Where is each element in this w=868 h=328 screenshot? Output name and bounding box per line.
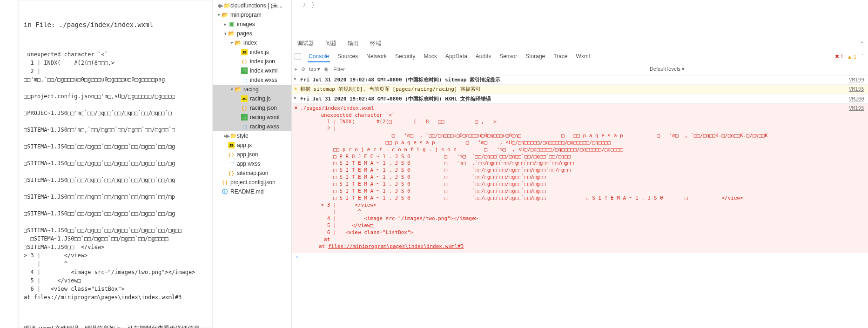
live-expression-icon[interactable]: ◉ [324,66,329,72]
error-count-icon[interactable]: ✖ 1 [835,54,843,60]
tree-item-sitemap-json[interactable]: { }sitemap.json [213,168,291,178]
toggle-sidebar-icon[interactable]: ▸ [295,66,297,72]
devtools-tab-trace[interactable]: Trace [552,51,568,62]
source-link[interactable]: VM200 [849,95,864,102]
tree-item-images[interactable]: ▸▣images [213,20,291,29]
console-output[interactable]: ▼ VM199 Fri Jul 31 2020 19:02:48 GMT+080… [292,75,868,328]
tree-label: project.config.json [230,179,276,186]
tree-item-project-config-json[interactable]: { }project.config.json [213,178,291,187]
tree-item-racing[interactable]: ▾📂racing [213,85,291,94]
devtools-tab-audits[interactable]: Audits [475,51,492,62]
devtools-tab-appdata[interactable]: AppData [444,51,468,62]
code-editor[interactable]: 7} [292,0,868,37]
tree-arrow-icon[interactable]: ▸ [223,22,228,27]
devtools-tab-sources[interactable]: Sources [336,51,359,62]
tree-label: cloudfunctions | (未... [230,2,283,10]
tree-item-index-wxml[interactable]: ⬚index.wxml [213,66,291,75]
tree-label: index [243,40,257,46]
tree-item-racing-json[interactable]: { }racing.json [213,103,291,113]
warn-count-icon[interactable]: ▲ 1 [847,54,856,60]
tree-label: index.json [250,58,275,65]
tree-label: index.wxss [250,77,277,83]
source-link[interactable]: VM195 [849,105,864,112]
context-selector[interactable]: top ▾ [309,66,320,72]
tree-item-racing-wxml[interactable]: ⬚racing.wxml [213,113,291,122]
tree-item-pages[interactable]: ▾📂pages [213,29,291,38]
warning-log[interactable]: VM195 根据 sitemap 的规则[0], 当前页面 [pages/rac… [292,85,868,94]
tree-item-cloudfunctions-[interactable]: ▸▶📁cloudfunctions | (未... [213,1,291,10]
tree-item-index-js[interactable]: JSindex.js [213,47,291,57]
tree-item-readme-md[interactable]: ⓘREADME.md [213,187,291,196]
error-stack: unexpected character `<` 1 | INDX( #(2(□… [300,112,864,243]
tree-item-index[interactable]: ▾📂index [213,38,291,47]
tree-label: racing.wxml [250,114,279,120]
main-panel: 7} 调试器问题输出终端 ⌃ ConsoleSourcesNetworkSecu… [292,0,868,328]
collapse-icon[interactable]: ⌃ [860,40,864,47]
error-summary: 编译 .wxml 文件错误，错误信息如上，可在控制台查看更详细信息 [24,324,208,328]
tree-label: README.md [230,188,263,195]
panel-tab-问题[interactable]: 问题 [323,40,338,47]
tree-label: index.wxml [250,67,277,74]
tree-item-racing-js[interactable]: JSracing.js [213,94,291,103]
tree-label: miniprogram [230,12,262,18]
tree-label: app.json [237,151,258,158]
simulator-error-panel: in File: ./pages/index/index.wxml unexpe… [19,0,213,328]
filter-input[interactable] [332,66,425,73]
log-group-header[interactable]: ▼ VM199 Fri Jul 31 2020 19:02:48 GMT+080… [292,75,868,85]
file-explorer[interactable]: ▸▶📁cloudfunctions | (未...▾📂miniprogram▸▣… [213,0,292,328]
tree-label: sitemap.json [237,170,268,176]
status-indicators: ✖ 1 ▲ 1 ⋮ [835,54,865,60]
devtools-tab-sensor[interactable]: Sensor [498,51,518,62]
panel-tab-调试器[interactable]: 调试器 [296,40,316,47]
tree-label: racing.wxss [250,123,279,130]
tree-item-racing-wxss[interactable]: ⬚racing.wxss [213,122,291,131]
devtools-tabbar: ConsoleSourcesNetworkSecurityMockAppData… [292,50,868,63]
tree-label: index.js [250,49,269,55]
tree-label: racing.json [250,105,277,111]
tree-item-style[interactable]: ▸▶📁style [213,131,291,141]
code-content: } [311,2,315,8]
expand-icon[interactable]: ▼ [294,76,296,82]
error-file-link[interactable]: files://miniprogram\pages\index\index.wx… [328,243,464,249]
expand-icon[interactable]: ▼ [294,95,296,101]
error-log[interactable]: ✖ VM195 ./pages/index/index.wxml unexpec… [292,104,868,253]
tree-arrow-icon[interactable]: ▾ [216,13,221,17]
devtools-tab-wxml[interactable]: Wxml [575,51,591,62]
inspect-icon[interactable] [295,54,301,60]
bottom-panel-tabs: 调试器问题输出终端 ⌃ [292,37,868,50]
tree-item-app-json[interactable]: { }app.json [213,150,291,159]
tree-item-app-wxss[interactable]: ⬚app.wxss [213,159,291,168]
devtools-tab-security[interactable]: Security [394,51,416,62]
tree-arrow-icon[interactable]: ▾ [229,40,234,45]
console-toolbar: ▸ ⊘ top ▾ ◉ Default levels ▾ [292,63,868,75]
devtools-tab-mock[interactable]: Mock [423,51,438,62]
tree-label: images [237,21,255,27]
log-levels-selector[interactable]: Default levels ▾ [650,66,685,72]
tree-item-index-wxss[interactable]: ⬚index.wxss [213,75,291,85]
tree-label: pages [237,30,252,37]
more-icon[interactable]: ⋮ [860,54,865,60]
tree-item-index-json[interactable]: { }index.json [213,57,291,66]
tree-label: app.wxss [237,161,260,167]
panel-tab-终端[interactable]: 终端 [368,40,383,47]
tree-arrow-icon[interactable]: ▾ [223,31,228,36]
tree-item-app-js[interactable]: JSapp.js [213,141,291,150]
tree-label: racing.js [250,95,271,102]
devtools-tab-console[interactable]: Console [308,51,330,62]
error-icon: ✖ [295,105,297,111]
tree-item-miniprogram[interactable]: ▾📂miniprogram [213,10,291,20]
tree-arrow-icon[interactable]: ▾ [229,87,234,92]
devtools-tab-storage[interactable]: Storage [525,51,546,62]
tree-label: style [237,133,249,139]
clear-console-icon[interactable]: ⊘ [301,66,305,72]
tree-label: app.js [237,142,252,148]
log-group-header[interactable]: ▼ VM200 Fri Jul 31 2020 19:02:48 GMT+080… [292,94,868,104]
panel-tab-输出[interactable]: 输出 [346,40,361,47]
line-number: 7 [296,2,306,8]
tree-label: racing [243,86,259,93]
console-prompt[interactable]: › [292,253,868,261]
source-link[interactable]: VM195 [849,86,864,93]
error-text-block: unexpected character `<` 1 | INDX( #(2(□… [24,50,208,301]
devtools-tab-network[interactable]: Network [365,51,388,62]
source-link[interactable]: VM199 [849,76,864,83]
